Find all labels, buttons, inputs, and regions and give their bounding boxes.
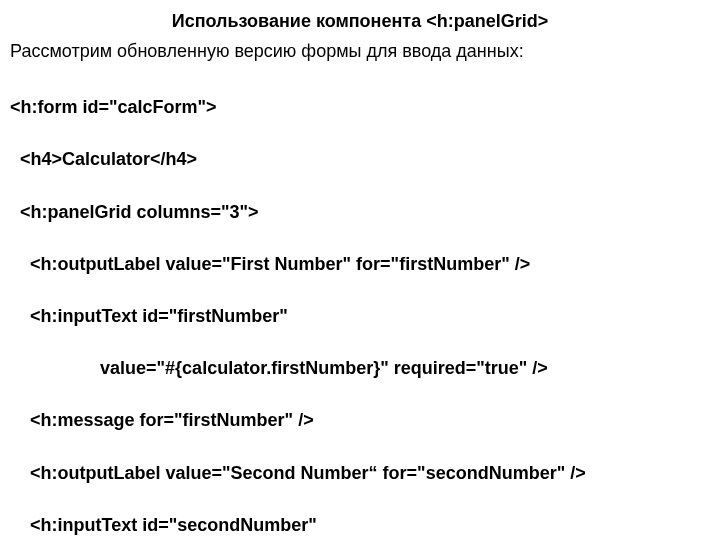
code-line: <h:message for="firstNumber" />: [10, 407, 710, 433]
code-line: <h:inputText id="firstNumber": [10, 303, 710, 329]
intro-text: Рассмотрим обновленную версию формы для …: [10, 38, 710, 64]
slide-title: Использование компонента <h:panelGrid>: [10, 8, 710, 34]
code-line: <h4>Calculator</h4>: [10, 146, 710, 172]
code-block: <h:form id="calcForm"> <h4>Calculator</h…: [10, 68, 710, 540]
code-line: <h:inputText id="secondNumber": [10, 512, 710, 538]
code-line: <h:outputLabel value="First Number" for=…: [10, 251, 710, 277]
code-line: <h:outputLabel value="Second Number“ for…: [10, 460, 710, 486]
code-line: value="#{calculator.firstNumber}" requir…: [10, 355, 710, 381]
code-line: <h:panelGrid columns="3">: [10, 199, 710, 225]
code-line: <h:form id="calcForm">: [10, 94, 710, 120]
